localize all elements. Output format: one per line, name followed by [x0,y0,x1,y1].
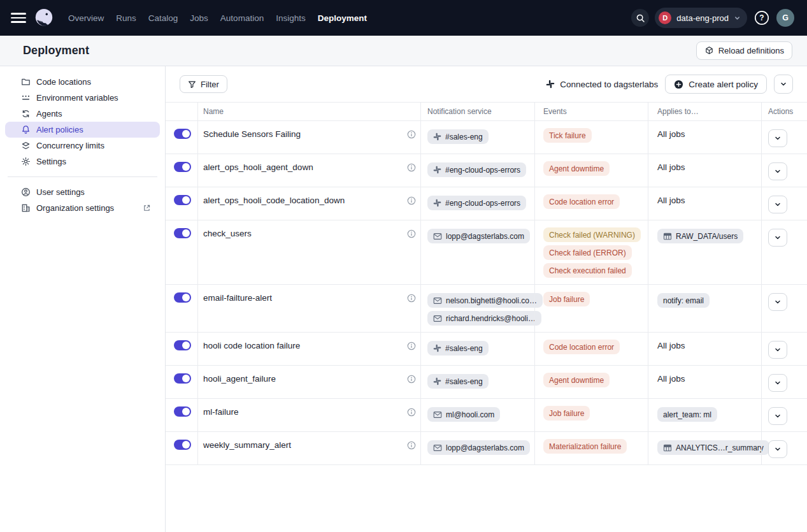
actions-cell [761,187,807,220]
alert-enabled-toggle[interactable] [174,340,191,350]
event-badge: Agent downtime [543,373,610,387]
search-button[interactable] [631,9,649,27]
sidebar-item-label: Agents [36,109,62,119]
nav-insights[interactable]: Insights [276,13,306,23]
nav-runs[interactable]: Runs [116,13,136,23]
sidebar-item-label: Organization settings [36,203,114,213]
slack-icon [546,80,555,89]
toggle-cell [166,366,197,398]
layers-icon [20,141,31,151]
sidebar-item-settings[interactable]: Settings [5,154,160,169]
sidebar-item-environment-variables[interactable]: Environment variables [5,90,160,106]
email-icon [433,232,442,241]
create-alert-policy-button[interactable]: Create alert policy [665,75,767,94]
sidebar-item-agents[interactable]: Agents [5,106,160,122]
slack-icon [433,344,441,352]
sidebar-item-label: Alert policies [36,125,83,134]
alert-enabled-toggle[interactable] [174,129,191,139]
chevron-down-icon [774,234,782,241]
nav-automation[interactable]: Automation [220,13,264,23]
sidebar-item-code-locations[interactable]: Code locations [5,74,160,90]
chevron-down-icon [774,379,782,387]
row-actions-button[interactable] [768,407,787,425]
applies-to-asset-pill: RAW_DATA/users [657,229,743,243]
deployment-switcher[interactable]: D data-eng-prod [655,8,747,28]
page-header: Deployment Reload definitions [0,36,807,66]
hamburger-menu-icon[interactable] [11,10,26,25]
events-cell: Job failure [534,399,648,431]
toggle-knob [182,408,190,415]
row-actions-button[interactable] [768,229,787,247]
alert-enabled-toggle[interactable] [174,195,191,205]
sidebar-item-user-settings[interactable]: User settings [5,184,160,200]
sidebar-item-alert-policies[interactable]: Alert policies [5,122,160,138]
info-icon[interactable] [407,408,416,417]
actions-cell [761,333,807,365]
event-badge: Check execution failed [543,263,632,278]
row-actions-button[interactable] [768,196,787,213]
notification-pill: #sales-eng [427,374,489,389]
event-badge: Code location error [543,194,620,209]
info-icon[interactable] [407,196,416,205]
dagster-logo[interactable] [33,7,55,29]
table-row: check_userslopp@dagsterlabs.comCheck fai… [166,220,807,285]
events-cell: Check failed (WARNING)Check failed (ERRO… [534,220,648,284]
nav-deployment[interactable]: Deployment [318,13,367,23]
help-button[interactable]: ? [753,9,771,27]
row-actions-button[interactable] [768,162,787,180]
notification-service-cell: lopp@dagsterlabs.com [420,220,534,284]
row-actions-button[interactable] [768,374,787,392]
alert-enabled-toggle[interactable] [174,292,191,303]
nav-overview[interactable]: Overview [68,13,104,23]
alert-policy-name: alert_ops_hooli_agent_down [203,162,313,172]
row-actions-button[interactable] [768,341,787,359]
top-navigation-bar: Overview Runs Catalog Jobs Automation In… [0,0,807,36]
row-actions-button[interactable] [768,293,787,311]
info-icon[interactable] [407,341,416,350]
info-icon[interactable] [407,375,416,384]
column-header-notification-service: Notification service [420,103,534,120]
reload-definitions-button[interactable]: Reload definitions [696,41,792,60]
info-icon[interactable] [407,441,416,450]
chevron-down-icon [734,15,741,22]
filter-label: Filter [201,80,219,89]
nav-catalog[interactable]: Catalog [148,13,178,23]
alert-policy-name: check_users [203,229,252,238]
row-actions-button[interactable] [768,129,787,147]
sync-icon [20,109,31,119]
event-badge: Agent downtime [543,161,610,176]
info-icon[interactable] [407,130,416,139]
info-icon[interactable] [407,229,416,238]
notification-label: ml@hooli.com [446,410,494,419]
create-policy-dropdown-button[interactable] [774,75,793,94]
topbar-right-cluster: D data-eng-prod ? G [631,8,794,28]
notification-label: lopp@dagsterlabs.com [446,443,524,452]
alert-enabled-toggle[interactable] [174,406,191,417]
row-actions-button[interactable] [768,440,787,458]
filter-button[interactable]: Filter [180,75,227,93]
sidebar-item-concurrency-limits[interactable]: Concurrency limits [5,138,160,154]
alert-enabled-toggle[interactable] [174,373,191,384]
sidebar-item-label: Environment variables [36,93,118,103]
alert-policy-name: alert_ops_hooli_code_location_down [203,196,345,205]
notification-pill: lopp@dagsterlabs.com [427,229,530,243]
toggle-knob [182,294,190,301]
alert-enabled-toggle[interactable] [174,162,191,172]
user-avatar[interactable]: G [776,9,794,27]
reload-definitions-label: Reload definitions [718,46,784,55]
deployment-sidebar: Code locations Environment variables Age… [0,66,166,532]
toggle-knob [182,375,190,382]
nav-jobs[interactable]: Jobs [190,13,208,23]
alert-enabled-toggle[interactable] [174,228,191,238]
alert-enabled-toggle[interactable] [174,440,191,450]
notification-label: nelson.bighetti@hooli.co… [446,296,537,305]
alert-policy-name: weekly_summary_alert [203,440,291,450]
alert-policies-toolbar: Filter Connected to dagsterlabs Create a… [166,66,807,102]
notification-pill: richard.hendricks@hooli… [427,311,541,326]
info-icon[interactable] [407,294,416,303]
sidebar-item-organization-settings[interactable]: Organization settings [5,200,160,216]
svg-text:?: ? [759,13,764,22]
column-header-events: Events [534,103,648,120]
info-icon[interactable] [407,163,416,172]
sidebar-item-label: Concurrency limits [36,141,104,150]
